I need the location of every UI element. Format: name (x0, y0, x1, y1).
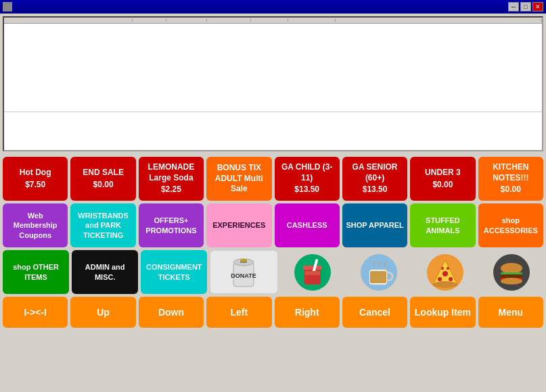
order-rows (4, 24, 542, 112)
svg-point-24 (501, 263, 522, 274)
col-details (336, 19, 542, 22)
category-row-2: shop OTHER ITEMSADMIN and MISC.CONSIGNME… (3, 250, 543, 294)
shop-apparel-btn[interactable]: SHOP APPAREL (342, 203, 407, 247)
lemonade-btn[interactable]: LEMONADE Large Soda$2.25 (139, 157, 204, 201)
button-grid: Hot Dog$7.50END SALE$0.00LEMONADE Large … (0, 154, 546, 392)
stuffed-animals-btn[interactable]: STUFFED ANIMALS (410, 203, 475, 247)
order-table (3, 16, 543, 151)
svg-point-20 (449, 277, 453, 281)
offers-btn[interactable]: OFFERS+ PROMOTIONS (139, 203, 204, 247)
close-btn[interactable]: ✕ (532, 2, 543, 11)
kitchen-notes-btn[interactable]: KITCHEN NOTES!!!$0.00 (478, 157, 543, 201)
donate-btn[interactable]: DONATE (210, 250, 277, 294)
col-owing (166, 19, 207, 22)
left-btn[interactable]: Left (206, 297, 271, 328)
svg-rect-7 (303, 266, 322, 270)
menu-btn[interactable]: Menu (478, 297, 543, 328)
consignment-btn[interactable]: CONSIGNMENT TICKETS (141, 250, 207, 294)
minimize-btn[interactable]: ─ (508, 2, 519, 11)
svg-rect-13 (370, 271, 386, 283)
experiences-btn[interactable]: EXPERIENCES (206, 203, 271, 247)
lookup-btn[interactable]: Lookup Item (410, 297, 475, 328)
bonus-tix-btn[interactable]: BONUS TIX ADULT Multi Sale (206, 157, 271, 201)
up-btn[interactable]: Up (70, 297, 135, 328)
ga-senior-btn[interactable]: GA SENIOR (60+)$13.50 (342, 157, 407, 201)
svg-text:DONATE: DONATE (231, 272, 256, 279)
svg-point-17 (433, 281, 457, 288)
right-btn[interactable]: Right (275, 297, 340, 328)
svg-point-18 (442, 271, 448, 276)
app-icon (3, 2, 12, 11)
category-row-1: Web Membership CouponsWRISTBANDS and PAR… (3, 203, 543, 247)
title-bar: ─ □ ✕ (0, 0, 546, 14)
svg-point-3 (240, 259, 247, 262)
shop-accessories-btn[interactable]: shop ACCESSORIES (478, 203, 543, 247)
web-membership-btn[interactable]: Web Membership Coupons (3, 203, 68, 247)
maximize-btn[interactable]: □ (520, 2, 531, 11)
col-item (4, 19, 133, 22)
svg-rect-10 (305, 271, 320, 275)
totals-row (4, 112, 542, 118)
svg-point-28 (501, 278, 522, 285)
quick-buttons-row: Hot Dog$7.50END SALE$0.00LEMONADE Large … (3, 157, 543, 201)
hot-dog-btn[interactable]: Hot Dog$7.50 (3, 157, 68, 201)
insert-btn[interactable]: I-><-I (3, 297, 68, 328)
col-actual (207, 19, 251, 22)
ga-child-btn[interactable]: GA CHILD (3-11)$13.50 (275, 157, 340, 201)
nav-row: I-><-IUpDownLeftRightCancelLookup ItemMe… (3, 297, 543, 328)
main-container: Hot Dog$7.50END SALE$0.00LEMONADE Large … (0, 14, 546, 392)
soda-btn[interactable] (281, 250, 344, 294)
under3-btn[interactable]: UNDER 3$0.00 (410, 157, 475, 201)
burger-btn[interactable] (480, 250, 543, 294)
table-header (4, 18, 542, 24)
svg-point-22 (447, 267, 449, 270)
coffee-btn[interactable] (347, 250, 411, 294)
admin-btn[interactable]: ADMIN and MISC. (72, 250, 138, 294)
col-type (251, 19, 288, 22)
end-sale-btn[interactable]: END SALE$0.00 (70, 157, 135, 201)
svg-point-19 (438, 277, 442, 281)
down-btn[interactable]: Down (139, 297, 204, 328)
pizza-btn[interactable] (413, 250, 477, 294)
cashless-btn[interactable]: CASHLESS (275, 203, 340, 247)
col-qty (133, 19, 166, 22)
col-number (288, 19, 336, 22)
shop-other-btn[interactable]: shop OTHER ITEMS (3, 250, 69, 294)
wristbands-btn[interactable]: WRISTBANDS and PARK TICKETING (70, 203, 135, 247)
cancel-btn[interactable]: Cancel (342, 297, 407, 328)
svg-point-21 (441, 267, 444, 270)
